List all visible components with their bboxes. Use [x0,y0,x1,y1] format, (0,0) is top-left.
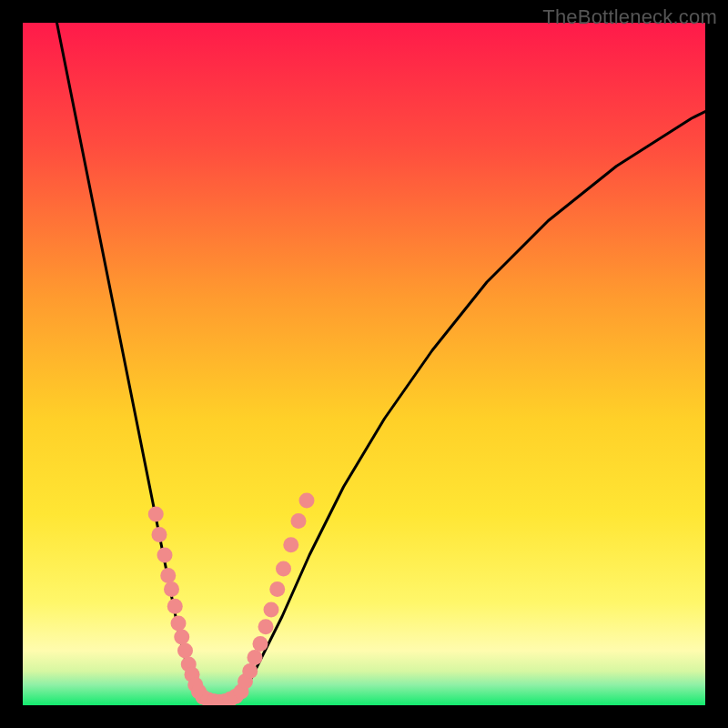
data-dot [164,581,179,597]
data-dot [248,650,263,665]
data-dot [276,561,291,577]
data-dot [269,581,285,597]
bottleneck-chart [23,23,705,705]
data-dot [174,630,189,645]
data-dot [291,513,307,529]
data-dot [157,548,173,563]
data-dot [299,493,315,509]
chart-frame: TheBottleneck.com [0,0,728,728]
data-dot [264,602,279,618]
data-dot [160,568,176,583]
data-dot [253,636,268,652]
data-dot [171,616,187,632]
data-dot [167,599,183,614]
plot-area [23,23,705,705]
data-dot [148,507,164,522]
watermark-text: TheBottleneck.com [542,5,717,29]
data-dot [283,537,298,552]
data-dot [152,527,167,542]
data-dot [242,663,258,679]
data-dot [177,643,193,659]
data-dot [258,619,274,634]
